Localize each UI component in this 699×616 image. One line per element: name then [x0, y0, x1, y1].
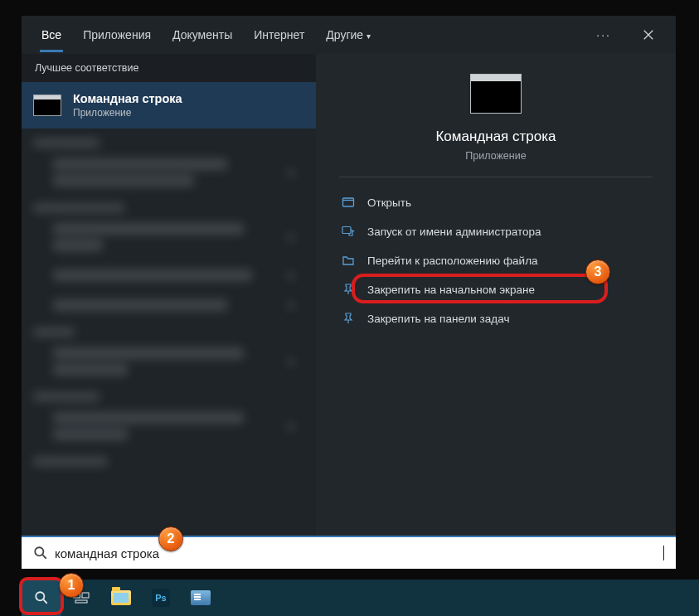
- taskbar-search-button[interactable]: [22, 580, 61, 616]
- open-icon: [341, 195, 356, 210]
- svg-rect-5: [82, 593, 89, 598]
- pin-start-icon: [341, 282, 356, 297]
- search-icon: [33, 546, 48, 560]
- svg-rect-6: [75, 600, 87, 603]
- search-icon: [34, 590, 49, 605]
- action-open-location[interactable]: Перейти к расположению файла: [339, 247, 653, 274]
- search-bar[interactable]: [22, 536, 676, 569]
- tab-web[interactable]: Интернет: [252, 18, 306, 51]
- tab-docs[interactable]: Документы: [171, 18, 234, 51]
- task-view-icon: [73, 591, 90, 604]
- search-input[interactable]: [55, 546, 667, 560]
- folder-location-icon: [341, 253, 356, 268]
- taskbar-explorer-button[interactable]: [101, 580, 141, 616]
- tab-apps[interactable]: Приложения: [81, 18, 153, 51]
- best-match-title: Командная строка: [73, 92, 182, 105]
- app-window-icon: [191, 590, 211, 605]
- svg-point-2: [35, 547, 43, 555]
- close-icon: [643, 29, 654, 41]
- action-label: Перейти к расположению файла: [367, 255, 538, 267]
- cmd-icon: [33, 95, 61, 116]
- close-button[interactable]: [636, 22, 661, 47]
- actions-list: Открыть Запуск от имени администратора П…: [339, 189, 653, 332]
- shield-run-icon: [341, 224, 356, 239]
- action-pin-start[interactable]: Закрепить на начальном экране: [339, 276, 653, 303]
- preview-title: Командная строка: [435, 129, 556, 145]
- taskbar-photoshop-button[interactable]: Ps: [141, 580, 181, 616]
- more-options-button[interactable]: ···: [590, 23, 618, 46]
- best-match-sub: Приложение: [73, 107, 182, 119]
- action-label: Открыть: [367, 196, 411, 209]
- text-caret: [663, 546, 664, 560]
- svg-rect-1: [342, 227, 351, 234]
- action-open[interactable]: Открыть: [339, 189, 653, 216]
- action-run-admin[interactable]: Запуск от имени администратора: [339, 218, 653, 245]
- preview-sub: Приложение: [465, 150, 526, 162]
- best-match-item[interactable]: Командная строка Приложение: [22, 82, 316, 129]
- results-column: Лучшее соответствие Командная строка При…: [22, 54, 316, 536]
- action-label: Запуск от имени администратора: [367, 226, 541, 238]
- blurred-results: › › › › › ›: [22, 129, 316, 536]
- tab-all[interactable]: Все: [40, 18, 63, 51]
- search-panel: Все Приложения Документы Интернет Другие…: [22, 16, 676, 536]
- action-label: Закрепить на панели задач: [367, 313, 509, 325]
- best-match-header: Лучшее соответствие: [22, 54, 316, 82]
- pin-taskbar-icon: [341, 311, 356, 326]
- tab-more[interactable]: Другие▾: [324, 18, 372, 51]
- preview-header: Командная строка Приложение: [339, 70, 653, 177]
- svg-point-3: [36, 592, 44, 600]
- photoshop-icon: Ps: [152, 589, 170, 607]
- action-label: Закрепить на начальном экране: [367, 284, 535, 296]
- file-explorer-icon: [111, 590, 131, 605]
- svg-rect-4: [74, 593, 80, 598]
- chevron-down-icon: ▾: [366, 32, 371, 41]
- taskbar-app-button[interactable]: [181, 580, 221, 616]
- action-pin-taskbar[interactable]: Закрепить на панели задач: [339, 305, 653, 332]
- svg-rect-0: [343, 198, 354, 206]
- taskbar-task-view-button[interactable]: [61, 580, 101, 616]
- taskbar: Ps: [0, 580, 699, 616]
- preview-column: Командная строка Приложение Открыть: [316, 54, 676, 536]
- tabs-bar: Все Приложения Документы Интернет Другие…: [22, 16, 676, 54]
- preview-cmd-icon: [470, 74, 522, 114]
